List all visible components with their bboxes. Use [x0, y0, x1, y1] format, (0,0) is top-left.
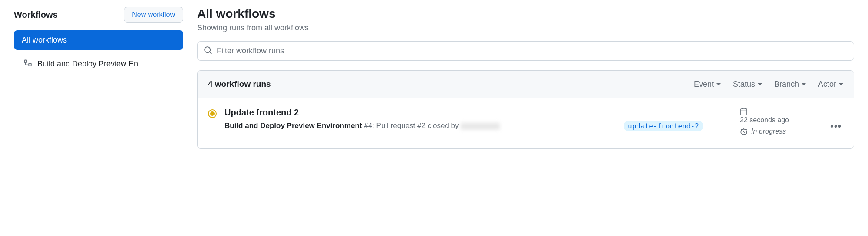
time-ago: 22 seconds ago [740, 116, 789, 124]
caret-down-icon [802, 83, 806, 85]
page-subtitle: Showing runs from all workflows [197, 23, 854, 33]
run-row[interactable]: Update frontend 2 Build and Deploy Previ… [198, 98, 854, 148]
time-ago-line [740, 108, 822, 115]
run-event-text: : Pull request #2 closed by [372, 121, 461, 130]
filter-actor-button[interactable]: Actor [818, 80, 843, 89]
time-column: 22 seconds ago In progress [740, 108, 822, 139]
run-workflow-name[interactable]: Build and Deploy Preview Environment [224, 121, 362, 130]
page-title: All workflows [197, 7, 854, 21]
caret-down-icon [758, 83, 762, 85]
duration-status: In progress [751, 128, 786, 135]
run-title[interactable]: Update frontend 2 [224, 108, 616, 118]
calendar-icon [740, 108, 748, 115]
workflow-icon [23, 59, 32, 69]
filter-status-button[interactable]: Status [733, 80, 762, 89]
run-description: Build and Deploy Preview Environment #4:… [224, 120, 616, 131]
search-bar[interactable] [197, 41, 854, 61]
sidebar-item-workflow[interactable]: Build and Deploy Preview En… [14, 53, 183, 75]
sidebar: Workflows New workflow All workflows Bui… [14, 7, 183, 149]
actor-name-redacted [461, 123, 500, 130]
new-workflow-button[interactable]: New workflow [124, 7, 183, 23]
stopwatch-icon [740, 128, 748, 135]
branch-label[interactable]: update-frontend-2 [624, 121, 703, 131]
sidebar-item-all-workflows[interactable]: All workflows [14, 30, 183, 50]
run-main: Update frontend 2 Build and Deploy Previ… [224, 108, 616, 131]
search-icon [204, 46, 212, 56]
runs-count: 4 workflow runs [208, 79, 682, 89]
filter-branch-label: Branch [774, 80, 799, 89]
branch-column: update-frontend-2 [624, 108, 732, 131]
search-input[interactable] [217, 46, 848, 56]
run-number: #4 [362, 121, 372, 130]
main-content: All workflows Showing runs from all work… [197, 7, 854, 149]
sidebar-header: Workflows New workflow [14, 7, 183, 23]
filter-event-label: Event [694, 80, 714, 89]
filter-actor-label: Actor [818, 80, 836, 89]
status-in-progress-icon [208, 109, 217, 118]
duration-line: In progress [740, 128, 822, 135]
time-ago-row: 22 seconds ago [740, 116, 822, 124]
filter-branch-button[interactable]: Branch [774, 80, 806, 89]
filter-status-label: Status [733, 80, 755, 89]
kebab-icon: ••• [830, 121, 842, 131]
caret-down-icon [839, 83, 843, 85]
filter-event-button[interactable]: Event [694, 80, 721, 89]
sidebar-title: Workflows [14, 10, 58, 20]
runs-header: 4 workflow runs Event Status Branch Acto… [198, 71, 854, 98]
sidebar-item-label: All workflows [22, 36, 67, 45]
runs-box: 4 workflow runs Event Status Branch Acto… [197, 70, 854, 149]
run-actions-menu[interactable]: ••• [830, 108, 843, 131]
caret-down-icon [716, 83, 721, 85]
sidebar-item-label: Build and Deploy Preview En… [37, 59, 146, 69]
